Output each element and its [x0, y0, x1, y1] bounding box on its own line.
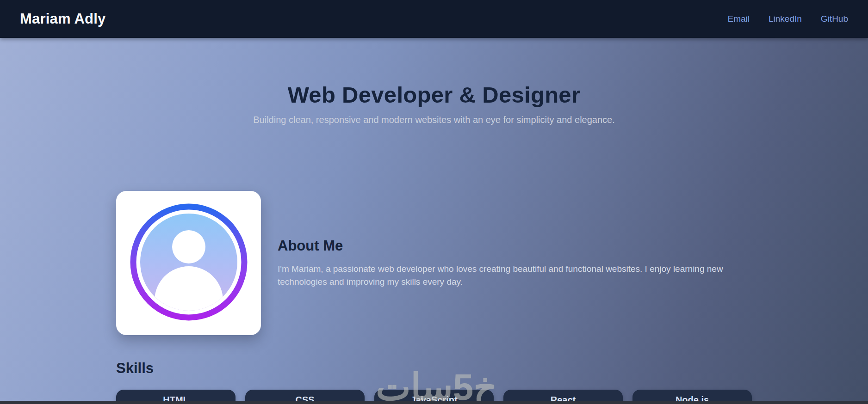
about-heading: About Me — [278, 238, 752, 254]
page-background: Web Developer & Designer Building clean,… — [0, 38, 868, 404]
about-content: About Me I'm Mariam, a passionate web de… — [278, 238, 752, 288]
nav-link-linkedin[interactable]: LinkedIn — [769, 14, 802, 24]
nav-link-github[interactable]: GitHub — [821, 14, 848, 24]
hero-subtitle: Building clean, responsive and modern we… — [0, 115, 868, 125]
header-nav: Email LinkedIn GitHub — [728, 14, 849, 24]
brand-name: Mariam Adly — [20, 11, 105, 27]
avatar-card — [116, 191, 261, 335]
window-bottom-edge — [0, 401, 868, 404]
hero-section: Web Developer & Designer Building clean,… — [0, 38, 868, 125]
user-avatar-icon — [129, 202, 248, 324]
hero-title: Web Developer & Designer — [0, 82, 868, 108]
about-text: I'm Mariam, a passionate web developer w… — [278, 263, 750, 288]
site-header: Mariam Adly Email LinkedIn GitHub — [0, 0, 868, 38]
skills-section: Skills HTML CSS JavaScript React Node.js — [116, 360, 752, 404]
about-section: About Me I'm Mariam, a passionate web de… — [116, 191, 752, 335]
skills-heading: Skills — [116, 360, 752, 377]
nav-link-email[interactable]: Email — [728, 14, 750, 24]
